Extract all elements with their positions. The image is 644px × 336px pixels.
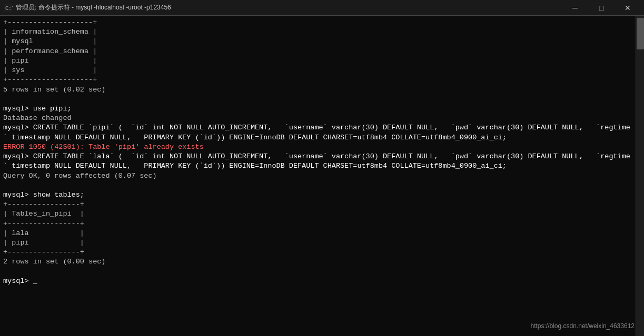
scrollbar[interactable] — [636, 16, 644, 336]
window-title: 管理员: 命令提示符 - mysql -hlocalhost -uroot -p… — [16, 3, 171, 12]
window-controls[interactable]: ─ □ ✕ — [563, 0, 640, 16]
titlebar: C:\ 管理员: 命令提示符 - mysql -hlocalhost -uroo… — [0, 0, 644, 16]
watermark: https://blog.csdn.net/weixin_4633612 — [531, 322, 635, 330]
terminal-output[interactable]: +--------------------+ | information_sch… — [0, 16, 636, 336]
close-button[interactable]: ✕ — [616, 0, 640, 16]
app-icon: C:\ — [4, 4, 13, 12]
scrollbar-thumb[interactable] — [637, 18, 644, 49]
maximize-button[interactable]: □ — [589, 0, 613, 16]
minimize-button[interactable]: ─ — [563, 0, 587, 16]
titlebar-left: C:\ 管理员: 命令提示符 - mysql -hlocalhost -uroo… — [4, 3, 171, 12]
window: C:\ 管理员: 命令提示符 - mysql -hlocalhost -uroo… — [0, 0, 644, 336]
svg-text:C:\: C:\ — [5, 6, 13, 12]
terminal-wrapper: +--------------------+ | information_sch… — [0, 16, 644, 336]
